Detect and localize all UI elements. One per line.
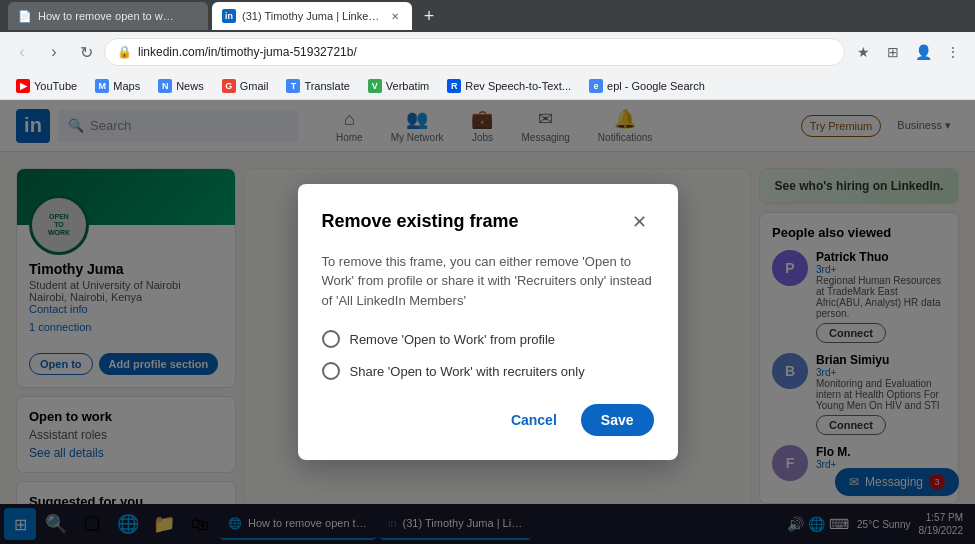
bookmarks-bar: ▶ YouTube M Maps N News G Gmail T Transl… bbox=[0, 72, 975, 100]
tab2-close-icon[interactable]: ✕ bbox=[388, 9, 402, 23]
browser-chrome: 📄 How to remove open to work... ✕ in (31… bbox=[0, 0, 975, 100]
profile-icon[interactable]: 👤 bbox=[909, 38, 937, 66]
modal-footer: Cancel Save bbox=[322, 404, 654, 436]
new-tab-button[interactable]: + bbox=[416, 3, 442, 29]
bookmark-epl[interactable]: e epl - Google Search bbox=[581, 77, 713, 95]
bookmark-maps[interactable]: M Maps bbox=[87, 77, 148, 95]
rev-favicon: R bbox=[447, 79, 461, 93]
bookmark-rev-label: Rev Speech-to-Text... bbox=[465, 80, 571, 92]
modal-close-button[interactable]: ✕ bbox=[626, 208, 654, 236]
bookmark-maps-label: Maps bbox=[113, 80, 140, 92]
gmail-favicon: G bbox=[222, 79, 236, 93]
radio-circle-1 bbox=[322, 330, 340, 348]
modal-title: Remove existing frame bbox=[322, 211, 519, 232]
news-favicon: N bbox=[158, 79, 172, 93]
extension-icon[interactable]: ⊞ bbox=[879, 38, 907, 66]
bookmark-translate[interactable]: T Translate bbox=[278, 77, 357, 95]
bookmark-youtube-label: YouTube bbox=[34, 80, 77, 92]
bookmark-translate-label: Translate bbox=[304, 80, 349, 92]
back-button[interactable]: ‹ bbox=[8, 38, 36, 66]
bookmark-youtube[interactable]: ▶ YouTube bbox=[8, 77, 85, 95]
bookmark-gmail[interactable]: G Gmail bbox=[214, 77, 277, 95]
browser-nav: ‹ › ↻ 🔒 linkedin.com/in/timothy-juma-519… bbox=[0, 32, 975, 72]
tab2-favicon: in bbox=[222, 9, 236, 23]
modal-header: Remove existing frame ✕ bbox=[322, 208, 654, 236]
menu-icon[interactable]: ⋮ bbox=[939, 38, 967, 66]
epl-favicon: e bbox=[589, 79, 603, 93]
refresh-button[interactable]: ↻ bbox=[72, 38, 100, 66]
youtube-favicon: ▶ bbox=[16, 79, 30, 93]
bookmark-verbatim[interactable]: V Verbatim bbox=[360, 77, 437, 95]
bookmark-gmail-label: Gmail bbox=[240, 80, 269, 92]
tab1-label: How to remove open to work... bbox=[38, 10, 178, 22]
modal-overlay: Remove existing frame ✕ To remove this f… bbox=[0, 100, 975, 544]
lock-icon: 🔒 bbox=[117, 45, 132, 59]
radio-circle-2 bbox=[322, 362, 340, 380]
bookmark-news-label: News bbox=[176, 80, 204, 92]
address-text: linkedin.com/in/timothy-juma-51932721b/ bbox=[138, 45, 832, 59]
browser-tab-1[interactable]: 📄 How to remove open to work... ✕ bbox=[8, 2, 208, 30]
radio-option-2[interactable]: Share 'Open to Work' with recruiters onl… bbox=[322, 362, 654, 380]
radio-option-1[interactable]: Remove 'Open to Work' from profile bbox=[322, 330, 654, 348]
bookmark-news[interactable]: N News bbox=[150, 77, 212, 95]
radio-label-1: Remove 'Open to Work' from profile bbox=[350, 332, 556, 347]
save-button[interactable]: Save bbox=[581, 404, 654, 436]
bookmark-epl-label: epl - Google Search bbox=[607, 80, 705, 92]
verbatim-favicon: V bbox=[368, 79, 382, 93]
bookmark-rev[interactable]: R Rev Speech-to-Text... bbox=[439, 77, 579, 95]
forward-button[interactable]: › bbox=[40, 38, 68, 66]
maps-favicon: M bbox=[95, 79, 109, 93]
remove-frame-modal: Remove existing frame ✕ To remove this f… bbox=[298, 184, 678, 461]
tab1-close-icon[interactable]: ✕ bbox=[184, 9, 198, 23]
radio-label-2: Share 'Open to Work' with recruiters onl… bbox=[350, 364, 585, 379]
bookmark-star-icon[interactable]: ★ bbox=[849, 38, 877, 66]
modal-description: To remove this frame, you can either rem… bbox=[322, 252, 654, 311]
cancel-button[interactable]: Cancel bbox=[495, 404, 573, 436]
browser-titlebar: 📄 How to remove open to work... ✕ in (31… bbox=[0, 0, 975, 32]
translate-favicon: T bbox=[286, 79, 300, 93]
tab1-favicon: 📄 bbox=[18, 10, 32, 23]
browser-tab-2[interactable]: in (31) Timothy Juma | LinkedIn ✕ bbox=[212, 2, 412, 30]
modal-body: To remove this frame, you can either rem… bbox=[322, 252, 654, 381]
nav-icons: ★ ⊞ 👤 ⋮ bbox=[849, 38, 967, 66]
tab2-label: (31) Timothy Juma | LinkedIn bbox=[242, 10, 382, 22]
bookmark-verbatim-label: Verbatim bbox=[386, 80, 429, 92]
linkedin-page: in 🔍 Search ⌂ Home 👥 My Network 💼 Jobs ✉… bbox=[0, 100, 975, 544]
address-bar[interactable]: 🔒 linkedin.com/in/timothy-juma-51932721b… bbox=[104, 38, 845, 66]
